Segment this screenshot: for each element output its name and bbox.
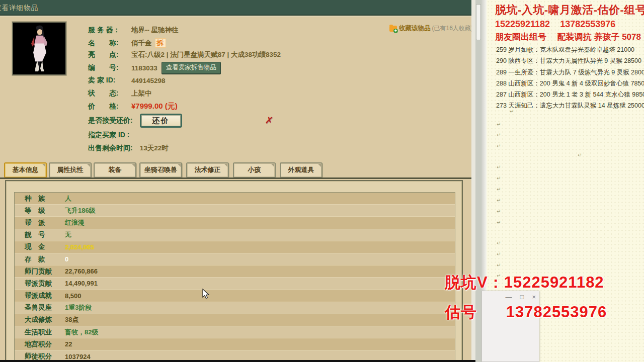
favorite-add-icon[interactable]	[389, 26, 397, 32]
maximize-icon[interactable]: □	[520, 293, 524, 301]
bargain-field: 是否接受还价: 还价 ✗	[88, 114, 182, 128]
price-value: ¥7999.00 (元)	[131, 102, 178, 111]
phone-numbers: 15225921182 13782553976	[495, 19, 615, 30]
seller-id-value: 449145298	[131, 77, 166, 84]
status-label: 状 态:	[88, 89, 131, 98]
overlay-contact-line2: 估号 13782553976	[445, 302, 607, 323]
bottom-edge	[0, 360, 475, 362]
paragraph-mark: ↵	[497, 198, 501, 203]
paragraph-mark: ↵	[510, 109, 514, 114]
table-row-beast-seat: 圣兽灵座1重3阶段	[15, 302, 455, 314]
favorite-count: (已有16人收藏)	[432, 24, 473, 33]
server-field: 服 务 器： 地界-- 星驰神往	[88, 26, 179, 35]
paragraph-mark: ↵	[497, 251, 501, 257]
character-image	[13, 23, 65, 74]
seller-id-label: 卖 家 ID:	[88, 76, 131, 85]
time-left-value: 13天22时	[140, 144, 169, 153]
character-portrait	[12, 22, 66, 75]
table-row-guild-achieve: 帮派成就8,500	[15, 290, 455, 302]
price-label: 价 格:	[88, 102, 131, 111]
paragraph-mark: ↵	[497, 143, 501, 149]
tab-attributes[interactable]: 属性抗性	[49, 162, 92, 178]
detach-badge[interactable]: 拆	[155, 38, 166, 48]
tab-children[interactable]: 小孩	[233, 162, 276, 178]
time-left-label: 出售剩余时间:	[88, 144, 133, 153]
stats-table: 种 族人 等 级飞升186级 帮 派红浪漫 靓 号无 现 金2,024,065 …	[14, 192, 455, 362]
highlight-label: 亮 点:	[88, 50, 131, 59]
buyer-id-field: 指定买家 ID :	[88, 131, 136, 140]
listing-item: 290 陕西专区：甘霖大力无属性队异光 9 灵猴 28500	[496, 55, 644, 66]
buyer-id-label: 指定买家 ID :	[88, 131, 129, 140]
favorite-link[interactable]: 收藏该物品	[399, 24, 431, 33]
price-field: 价 格: ¥7999.00 (元)	[88, 102, 178, 111]
tab-equipment[interactable]: 装备	[94, 162, 136, 178]
promo-line: 朋友圈出组号 配装调抗 养孩子 5078	[495, 31, 641, 43]
item-id-label: 编 号:	[88, 63, 131, 72]
ad-header: 脱坑-入坑-啸月激活-估价-组号-	[495, 3, 644, 18]
item-detail-window: 查看详细物品	[0, 0, 471, 362]
table-row-guild: 帮 派红浪漫	[15, 217, 455, 229]
table-row-dungeon-points: 地宫积分22	[15, 338, 455, 350]
scrollbar-thumb[interactable]	[476, 4, 481, 40]
paragraph-mark: ↵	[497, 262, 501, 268]
overlay-contact-line1: 脱坑V：15225921182	[445, 272, 604, 293]
paragraph-mark: ↵	[497, 175, 501, 181]
status-value: 上架中	[131, 89, 152, 98]
seller-id-field: 卖 家 ID: 449145298	[88, 76, 166, 85]
listing-item: 288 山西新区：200 男鬼 4 新 4 级双回妙音心猿 78500	[496, 78, 644, 89]
listing-item: 287 山西新区：200 男龙 1 老 3 新 544 克水心猿 98500	[496, 89, 644, 100]
favorite-row: 收藏该物品 (已有16人收藏)	[389, 24, 473, 33]
item-id-value: 1183033	[131, 64, 157, 72]
table-row-master-contrib: 师门贡献22,760,866	[15, 265, 455, 278]
reject-mark-icon: ✗	[264, 114, 274, 127]
table-row-race: 种 族人	[15, 193, 455, 205]
tab-basic-info[interactable]: 基本信息	[4, 162, 47, 178]
paragraph-mark: ↵	[497, 209, 501, 214]
table-row-vanity-id: 靓 号无	[15, 229, 455, 241]
paragraph-mark: ↵	[497, 122, 501, 127]
status-field: 状 态: 上架中	[88, 89, 152, 98]
table-row-deposit: 存 款0	[15, 253, 455, 265]
name-value: 俏千金	[131, 39, 152, 48]
view-seller-items-button[interactable]: 查看卖家拆售物品	[162, 62, 221, 74]
name-label: 名 称:	[88, 39, 131, 48]
bargain-label: 是否接受还价:	[88, 116, 133, 125]
paragraph-mark: ↵	[497, 164, 501, 170]
paragraph-mark: ↵	[497, 132, 501, 138]
listing-item: 289 一生所爱：甘霖大力队 7 级炼气异光 9 灵猴 28000	[496, 67, 644, 78]
listing-item: 273 天涯知己：遗忘大力甘霖队灵猴 14 星炼狱 25000	[496, 100, 644, 111]
server-label: 服 务 器：	[88, 26, 131, 35]
table-row-level: 等 级飞升186级	[15, 205, 455, 217]
item-id-field: 编 号: 1183033 查看卖家拆售物品	[88, 62, 221, 74]
listing-item: 259 岁月如歌：克木队双盘异光秦岭卓越塔 21000	[496, 44, 644, 55]
paragraph-mark: ↵	[578, 152, 582, 158]
mini-window-controls: — □ ×	[506, 293, 536, 301]
table-row-cash: 现 金2,024,065	[15, 241, 455, 253]
tab-appearance[interactable]: 外观道具	[280, 162, 323, 178]
listings: 259 岁月如歌：克木队双盘异光秦岭卓越塔 21000 290 陕西专区：甘霖大…	[496, 44, 644, 112]
highlight-value: 宝石:八级2 | 法门星盘满天赋87 | 大成38功绩8352	[131, 50, 281, 59]
highlight-field: 亮 点: 宝石:八级2 | 法门星盘满天赋87 | 大成38功绩8352	[88, 50, 281, 59]
table-row-dacheng: 大成修炼38点	[15, 314, 455, 326]
screen: 查看详细物品	[0, 0, 644, 362]
paragraph-mark: ↵	[497, 187, 501, 192]
mouse-cursor-icon	[202, 289, 210, 300]
page-title: 查看详细物品	[0, 0, 38, 13]
paragraph-mark: ↵	[497, 240, 501, 246]
table-row-life-skill: 生活职业畜牧，82级	[15, 326, 455, 338]
server-value: 地界-- 星驰神往	[131, 26, 179, 35]
paragraph-mark: ↵	[497, 220, 501, 225]
tab-spell-mods[interactable]: 法术修正	[186, 162, 229, 178]
window-titlebar: 查看详细物品	[0, 0, 471, 16]
minimize-icon[interactable]: —	[506, 293, 512, 301]
item-detail-page: 收藏该物品 (已有16人收藏) 服 务 器： 地界-- 星驰神往 名 称: 俏千…	[0, 17, 471, 362]
close-icon[interactable]: ×	[532, 293, 536, 301]
tab-mount-pets[interactable]: 坐骑召唤兽	[139, 162, 182, 178]
time-left-field: 出售剩余时间: 13天22时	[88, 144, 169, 153]
bargain-button[interactable]: 还价	[140, 114, 182, 128]
name-field: 名 称: 俏千金 拆	[88, 38, 166, 48]
tab-divider	[0, 177, 471, 179]
table-row-guild-contrib: 帮派贡献14,490,991	[15, 278, 455, 290]
